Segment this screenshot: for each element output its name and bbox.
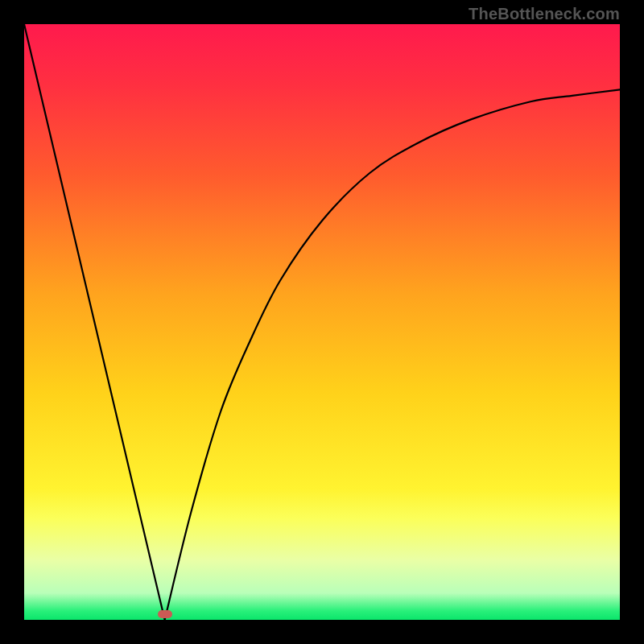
minimum-marker <box>158 610 172 618</box>
plot-area <box>24 24 620 620</box>
bottleneck-curve <box>24 24 620 620</box>
watermark-text: TheBottleneck.com <box>469 5 620 23</box>
